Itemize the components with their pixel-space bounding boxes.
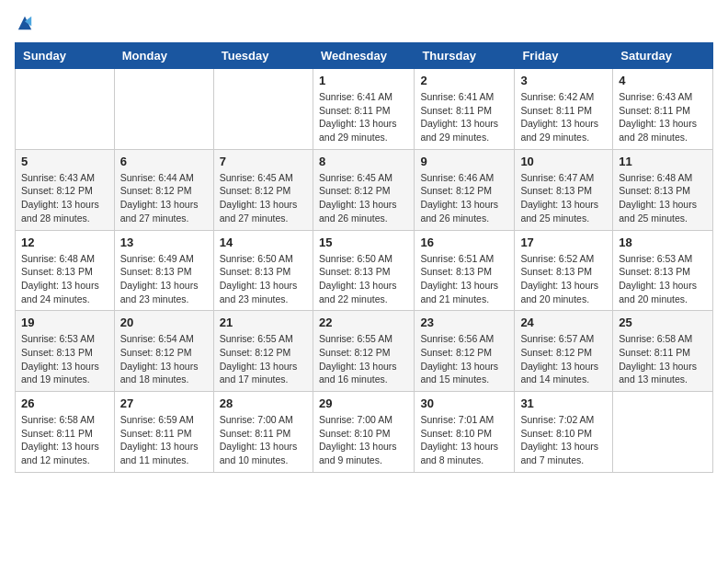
day-number: 30 <box>420 396 508 410</box>
day-info: Sunrise: 6:53 AM Sunset: 8:13 PM Dayligh… <box>21 332 108 386</box>
calendar-cell: 3Sunrise: 6:42 AM Sunset: 8:11 PM Daylig… <box>515 69 613 150</box>
day-info: Sunrise: 6:58 AM Sunset: 8:11 PM Dayligh… <box>21 413 108 467</box>
calendar-cell <box>16 69 115 150</box>
day-info: Sunrise: 6:45 AM Sunset: 8:12 PM Dayligh… <box>220 171 307 225</box>
calendar-cell: 28Sunrise: 7:00 AM Sunset: 8:11 PM Dayli… <box>213 392 313 473</box>
day-number: 20 <box>120 316 208 329</box>
weekday-header: Sunday <box>16 43 115 69</box>
weekday-header: Friday <box>515 43 613 69</box>
day-number: 3 <box>520 74 607 87</box>
day-number: 18 <box>619 236 707 249</box>
day-info: Sunrise: 6:47 AM Sunset: 8:13 PM Dayligh… <box>520 171 607 225</box>
day-number: 19 <box>21 316 108 329</box>
calendar-cell: 25Sunrise: 6:58 AM Sunset: 8:11 PM Dayli… <box>613 311 713 392</box>
day-info: Sunrise: 6:46 AM Sunset: 8:12 PM Dayligh… <box>420 171 508 225</box>
calendar-cell: 7Sunrise: 6:45 AM Sunset: 8:12 PM Daylig… <box>213 149 313 230</box>
day-info: Sunrise: 6:57 AM Sunset: 8:12 PM Dayligh… <box>520 332 607 386</box>
calendar-cell: 23Sunrise: 6:56 AM Sunset: 8:12 PM Dayli… <box>415 311 515 392</box>
day-info: Sunrise: 6:50 AM Sunset: 8:13 PM Dayligh… <box>220 252 307 306</box>
day-info: Sunrise: 6:50 AM Sunset: 8:13 PM Dayligh… <box>319 252 408 306</box>
day-info: Sunrise: 6:49 AM Sunset: 8:13 PM Dayligh… <box>120 252 208 306</box>
calendar-cell: 20Sunrise: 6:54 AM Sunset: 8:12 PM Dayli… <box>114 311 213 392</box>
weekday-header: Wednesday <box>313 43 414 69</box>
day-number: 14 <box>220 236 307 249</box>
calendar-cell: 29Sunrise: 7:00 AM Sunset: 8:10 PM Dayli… <box>313 392 414 473</box>
day-number: 11 <box>619 155 707 168</box>
day-number: 10 <box>520 155 607 168</box>
calendar-cell: 27Sunrise: 6:59 AM Sunset: 8:11 PM Dayli… <box>114 392 213 473</box>
calendar-cell <box>114 69 213 150</box>
calendar-cell: 12Sunrise: 6:48 AM Sunset: 8:13 PM Dayli… <box>16 230 115 311</box>
day-info: Sunrise: 6:41 AM Sunset: 8:11 PM Dayligh… <box>420 90 508 144</box>
day-info: Sunrise: 6:53 AM Sunset: 8:13 PM Dayligh… <box>619 252 707 306</box>
day-number: 5 <box>21 155 108 168</box>
calendar-cell: 30Sunrise: 7:01 AM Sunset: 8:10 PM Dayli… <box>415 392 515 473</box>
weekday-header: Thursday <box>415 43 515 69</box>
day-info: Sunrise: 6:41 AM Sunset: 8:11 PM Dayligh… <box>319 90 408 144</box>
calendar-week-row: 1Sunrise: 6:41 AM Sunset: 8:11 PM Daylig… <box>16 69 713 150</box>
day-info: Sunrise: 7:02 AM Sunset: 8:10 PM Dayligh… <box>520 413 607 467</box>
day-number: 6 <box>120 155 208 168</box>
calendar-cell: 31Sunrise: 7:02 AM Sunset: 8:10 PM Dayli… <box>515 392 613 473</box>
calendar-cell: 10Sunrise: 6:47 AM Sunset: 8:13 PM Dayli… <box>515 149 613 230</box>
day-info: Sunrise: 6:54 AM Sunset: 8:12 PM Dayligh… <box>120 332 208 386</box>
day-info: Sunrise: 6:44 AM Sunset: 8:12 PM Dayligh… <box>120 171 208 225</box>
day-info: Sunrise: 6:43 AM Sunset: 8:11 PM Dayligh… <box>619 90 707 144</box>
day-info: Sunrise: 7:01 AM Sunset: 8:10 PM Dayligh… <box>420 413 508 467</box>
day-number: 16 <box>420 236 508 249</box>
calendar-cell: 5Sunrise: 6:43 AM Sunset: 8:12 PM Daylig… <box>16 149 115 230</box>
day-info: Sunrise: 6:48 AM Sunset: 8:13 PM Dayligh… <box>619 171 707 225</box>
day-number: 17 <box>520 236 607 249</box>
calendar-cell: 22Sunrise: 6:55 AM Sunset: 8:12 PM Dayli… <box>313 311 414 392</box>
calendar-cell: 1Sunrise: 6:41 AM Sunset: 8:11 PM Daylig… <box>313 69 414 150</box>
day-number: 29 <box>319 396 408 410</box>
day-info: Sunrise: 6:58 AM Sunset: 8:11 PM Dayligh… <box>619 332 707 386</box>
day-number: 21 <box>220 316 307 329</box>
calendar-cell: 6Sunrise: 6:44 AM Sunset: 8:12 PM Daylig… <box>114 149 213 230</box>
day-info: Sunrise: 6:59 AM Sunset: 8:11 PM Dayligh… <box>120 413 208 467</box>
logo <box>15 15 33 31</box>
calendar-cell: 17Sunrise: 6:52 AM Sunset: 8:13 PM Dayli… <box>515 230 613 311</box>
weekday-header: Monday <box>114 43 213 69</box>
day-number: 25 <box>619 316 707 329</box>
calendar-week-row: 12Sunrise: 6:48 AM Sunset: 8:13 PM Dayli… <box>16 230 713 311</box>
calendar-cell: 16Sunrise: 6:51 AM Sunset: 8:13 PM Dayli… <box>415 230 515 311</box>
calendar-cell: 18Sunrise: 6:53 AM Sunset: 8:13 PM Dayli… <box>613 230 713 311</box>
day-number: 9 <box>420 155 508 168</box>
calendar-cell: 26Sunrise: 6:58 AM Sunset: 8:11 PM Dayli… <box>16 392 115 473</box>
day-number: 24 <box>520 316 607 329</box>
day-info: Sunrise: 6:55 AM Sunset: 8:12 PM Dayligh… <box>319 332 408 386</box>
day-number: 4 <box>619 74 707 87</box>
day-number: 27 <box>120 396 208 410</box>
day-number: 12 <box>21 236 108 249</box>
calendar-cell: 11Sunrise: 6:48 AM Sunset: 8:13 PM Dayli… <box>613 149 713 230</box>
page-header <box>15 15 713 31</box>
day-info: Sunrise: 6:51 AM Sunset: 8:13 PM Dayligh… <box>420 252 508 306</box>
calendar-cell: 4Sunrise: 6:43 AM Sunset: 8:11 PM Daylig… <box>613 69 713 150</box>
day-info: Sunrise: 6:43 AM Sunset: 8:12 PM Dayligh… <box>21 171 108 225</box>
day-number: 23 <box>420 316 508 329</box>
day-number: 15 <box>319 236 408 249</box>
day-info: Sunrise: 6:55 AM Sunset: 8:12 PM Dayligh… <box>220 332 307 386</box>
day-number: 7 <box>220 155 307 168</box>
calendar-cell: 19Sunrise: 6:53 AM Sunset: 8:13 PM Dayli… <box>16 311 115 392</box>
day-number: 2 <box>420 74 508 87</box>
day-number: 26 <box>21 396 108 410</box>
logo-icon <box>17 15 33 31</box>
calendar-week-row: 26Sunrise: 6:58 AM Sunset: 8:11 PM Dayli… <box>16 392 713 473</box>
day-number: 1 <box>319 74 408 87</box>
weekday-header: Saturday <box>613 43 713 69</box>
calendar-week-row: 5Sunrise: 6:43 AM Sunset: 8:12 PM Daylig… <box>16 149 713 230</box>
calendar-table: SundayMondayTuesdayWednesdayThursdayFrid… <box>15 42 713 473</box>
calendar-cell: 15Sunrise: 6:50 AM Sunset: 8:13 PM Dayli… <box>313 230 414 311</box>
calendar-cell <box>613 392 713 473</box>
day-number: 22 <box>319 316 408 329</box>
day-info: Sunrise: 7:00 AM Sunset: 8:10 PM Dayligh… <box>319 413 408 467</box>
calendar-cell <box>213 69 313 150</box>
calendar-cell: 8Sunrise: 6:45 AM Sunset: 8:12 PM Daylig… <box>313 149 414 230</box>
day-info: Sunrise: 6:52 AM Sunset: 8:13 PM Dayligh… <box>520 252 607 306</box>
calendar-cell: 14Sunrise: 6:50 AM Sunset: 8:13 PM Dayli… <box>213 230 313 311</box>
calendar-week-row: 19Sunrise: 6:53 AM Sunset: 8:13 PM Dayli… <box>16 311 713 392</box>
calendar-cell: 24Sunrise: 6:57 AM Sunset: 8:12 PM Dayli… <box>515 311 613 392</box>
calendar-cell: 13Sunrise: 6:49 AM Sunset: 8:13 PM Dayli… <box>114 230 213 311</box>
